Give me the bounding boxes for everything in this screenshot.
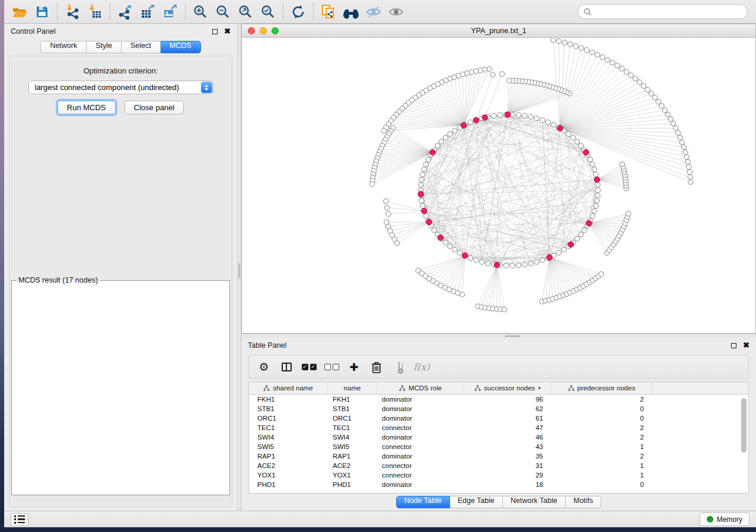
- table-row[interactable]: PHD1PHD1dominator180: [249, 480, 748, 489]
- copy-network-button[interactable]: [318, 2, 339, 21]
- table-row[interactable]: STB1STB1dominator620: [249, 404, 748, 414]
- horizontal-splitter[interactable]: [241, 334, 756, 338]
- run-mcds-button[interactable]: Run MCDS: [58, 101, 116, 114]
- tab-network[interactable]: Network: [40, 41, 87, 53]
- table-cell: RAP1: [328, 453, 377, 460]
- table-cell: 0: [551, 405, 652, 412]
- list-icon: [14, 515, 25, 517]
- table-cell: 96: [464, 396, 551, 403]
- zoom-in-button[interactable]: [190, 2, 211, 21]
- table-cell: STB1: [249, 405, 328, 412]
- splitter-handle[interactable]: [238, 263, 240, 278]
- table-cell: dominator: [377, 405, 464, 412]
- table-row[interactable]: FKH1FKH1dominator962: [249, 395, 748, 404]
- open-folder-icon: [12, 5, 28, 19]
- control-panel-titlebar: Control Panel ✖: [4, 24, 237, 39]
- zoom-fit-button[interactable]: [235, 2, 256, 21]
- hide-selected-button[interactable]: [363, 2, 384, 21]
- table-row[interactable]: TEC1TEC1connector472: [249, 423, 748, 432]
- export-table-button[interactable]: [137, 2, 158, 21]
- network-view-titlebar[interactable]: YPA_prune.txt_1: [242, 24, 755, 38]
- table-row[interactable]: ORC1ORC1dominator610: [249, 414, 748, 423]
- column-header-name[interactable]: name: [328, 382, 377, 394]
- import-network-button[interactable]: [62, 2, 83, 21]
- scrollbar-thumb[interactable]: [741, 398, 747, 453]
- table-cell: ORC1: [328, 415, 377, 422]
- table-toolbar: ⚙ ✓✓ ✚: [248, 355, 749, 379]
- import-table-button[interactable]: [84, 2, 106, 21]
- close-panel-icon[interactable]: ✖: [224, 28, 231, 34]
- table-body: FKH1FKH1dominator962STB1STB1dominator620…: [249, 395, 748, 489]
- table-header-row: shared name name MCDS role successor nod…: [249, 382, 748, 395]
- memory-status-icon: [707, 516, 713, 523]
- gear-icon: ⚙: [259, 361, 269, 373]
- table-cell: 61: [464, 415, 551, 422]
- close-panel-icon[interactable]: ✖: [743, 342, 749, 348]
- memory-button[interactable]: Memory: [700, 512, 749, 526]
- table-cell: FKH1: [249, 396, 328, 403]
- export-image-button[interactable]: [160, 2, 181, 21]
- float-panel-icon[interactable]: [731, 343, 736, 348]
- table-cell: SWI4: [328, 434, 377, 441]
- zoom-out-button[interactable]: [212, 2, 234, 21]
- tab-network-table[interactable]: Network Table: [503, 496, 566, 508]
- table-scrollbar[interactable]: [740, 397, 747, 491]
- add-column-button[interactable]: ✚: [343, 358, 365, 377]
- shared-column-icon: [568, 385, 575, 391]
- column-header-successor-nodes[interactable]: successor nodes ▾: [464, 382, 551, 394]
- open-session-button[interactable]: [9, 2, 30, 21]
- table-cell: connector: [377, 443, 464, 450]
- search-input[interactable]: [595, 8, 742, 16]
- table-row[interactable]: SWI4SWI4dominator462: [249, 432, 748, 442]
- save-session-button[interactable]: [31, 2, 53, 21]
- deselect-all-columns-button[interactable]: [320, 358, 343, 377]
- table-row[interactable]: SWI5SWI5connector431: [249, 442, 748, 451]
- splitter-handle[interactable]: [505, 335, 520, 337]
- table-row[interactable]: YOX1YOX1connector291: [249, 470, 748, 480]
- tab-style[interactable]: Style: [87, 41, 122, 53]
- float-panel-icon[interactable]: [212, 29, 218, 34]
- show-task-history-button[interactable]: [11, 513, 28, 526]
- show-all-button[interactable]: [385, 2, 407, 21]
- column-header-predecessor-nodes[interactable]: predecessor nodes: [551, 382, 652, 394]
- zoom-selected-icon: [260, 4, 276, 20]
- close-panel-button[interactable]: Close panel: [125, 101, 184, 114]
- gear-button[interactable]: ⚙: [253, 358, 275, 377]
- table-cell: 62: [464, 405, 551, 412]
- zoom-selected-button[interactable]: [257, 2, 279, 21]
- search-field[interactable]: [578, 4, 748, 19]
- export-network-button[interactable]: [114, 2, 136, 21]
- column-header-mcds-role[interactable]: MCDS role: [377, 382, 464, 394]
- tab-mcds[interactable]: MCDS: [161, 41, 201, 53]
- table-cell: 1: [551, 443, 652, 450]
- table-cell: 2: [551, 396, 652, 403]
- column-header-shared-name[interactable]: shared name: [249, 382, 328, 394]
- function-builder-button[interactable]: f(x): [410, 358, 433, 377]
- shared-column-icon: [474, 385, 481, 391]
- table-cell: connector: [377, 472, 464, 479]
- dropdown-stepper-icon: [201, 82, 212, 93]
- zoom-out-icon: [215, 4, 231, 20]
- delete-column-button[interactable]: [365, 358, 388, 377]
- delete-table-button[interactable]: ✕: [388, 358, 410, 377]
- table-row[interactable]: ACE2ACE2connector311: [249, 461, 748, 470]
- tab-edge-table[interactable]: Edge Table: [450, 496, 503, 508]
- table-row[interactable]: RAP1RAP1dominator352: [249, 451, 748, 461]
- mcds-panel-body: Optimization criterion: largest connecte…: [9, 56, 232, 507]
- vertical-splitter[interactable]: [237, 24, 241, 511]
- table-cell: 0: [551, 415, 652, 422]
- network-graph-canvas[interactable]: [242, 38, 755, 333]
- right-column: YPA_prune.txt_1 Table Panel ✖ ⚙: [241, 24, 756, 511]
- toolbar-separator: [185, 4, 186, 20]
- table-cell: dominator: [377, 453, 464, 460]
- tab-select[interactable]: Select: [122, 41, 161, 53]
- find-button[interactable]: [340, 2, 362, 21]
- apply-layout-button[interactable]: [288, 2, 309, 21]
- plus-icon: ✚: [349, 362, 358, 373]
- column-layout-button[interactable]: [275, 358, 298, 377]
- tab-motifs[interactable]: Motifs: [566, 496, 601, 508]
- select-all-columns-button[interactable]: ✓✓: [298, 358, 320, 377]
- tab-node-table[interactable]: Node Table: [396, 496, 450, 508]
- criterion-dropdown[interactable]: largest connected component (undirected): [28, 81, 213, 94]
- toolbar-separator: [110, 4, 110, 20]
